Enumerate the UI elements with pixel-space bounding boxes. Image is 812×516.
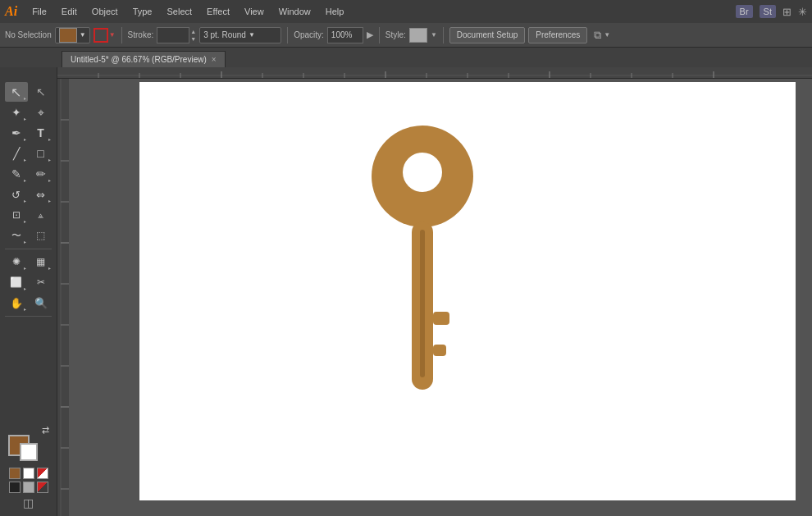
none-icon2[interactable] (37, 482, 48, 493)
doc-setup-button[interactable]: Document Setup (449, 27, 526, 43)
preferences-button[interactable]: Preferences (528, 27, 587, 43)
menu-view[interactable]: View (238, 3, 271, 20)
arrange-arrow[interactable]: ▼ (604, 31, 610, 39)
separator-3 (379, 27, 380, 43)
stroke-down[interactable]: ▼ (190, 35, 196, 43)
opacity-arrow[interactable]: ▶ (367, 30, 373, 40)
stock-icon[interactable]: St (760, 5, 776, 18)
rotate-tool[interactable]: ↺ ▸ (5, 185, 28, 204)
svg-rect-34 (433, 345, 446, 356)
tab-close[interactable]: × (212, 55, 217, 64)
slice-tool[interactable]: ✂ (30, 272, 52, 292)
warp-tool[interactable]: 〜 ▸ (5, 226, 28, 245)
menu-bar: Ai File Edit Object Type Select Effect V… (0, 0, 812, 23)
style-label: Style: (385, 30, 406, 39)
white-fill-icon[interactable] (23, 468, 34, 479)
arrange-icon[interactable]: ⧉ (594, 29, 601, 42)
style-box[interactable] (409, 28, 427, 43)
gray-icon[interactable] (23, 482, 34, 493)
swap-colors-icon[interactable]: ⇄ (42, 425, 49, 436)
direct-selection-tool[interactable]: ↖ (30, 82, 52, 102)
grid-icon[interactable]: ⊞ (782, 6, 791, 18)
none-icon[interactable] (9, 468, 21, 479)
reflect-tool[interactable]: ⇔ ▸ (30, 185, 52, 204)
column-graph-tool[interactable]: ▦ ▸ (30, 252, 52, 272)
selection-label: No Selection (5, 30, 52, 39)
bridge-icon[interactable]: Br (736, 5, 753, 18)
opacity-label: Opacity: (294, 30, 324, 39)
menu-select[interactable]: Select (160, 3, 198, 20)
layers-icon[interactable]: ◫ (23, 496, 34, 509)
line-tool[interactable]: ╱ ▸ (5, 144, 28, 163)
color-section: ⇄ ◫ (0, 425, 57, 513)
canvas-area[interactable] (57, 67, 812, 516)
free-distort-tool[interactable]: ⬚ (30, 226, 52, 245)
menu-file[interactable]: File (25, 3, 53, 20)
stroke-input[interactable] (157, 27, 189, 43)
scale-tool[interactable]: ⊡ ▸ (5, 205, 28, 225)
menu-object[interactable]: Object (85, 3, 125, 20)
black-icon[interactable] (9, 482, 21, 493)
rect-tool[interactable]: □ ▸ (30, 144, 52, 163)
tool-separator-1 (5, 249, 52, 249)
svg-rect-0 (57, 67, 812, 79)
separator-1 (121, 27, 122, 43)
menu-help[interactable]: Help (319, 3, 351, 20)
tab-bar: Untitled-5* @ 66.67% (RGB/Preview) × (0, 48, 812, 67)
ruler-top (57, 67, 812, 79)
separator-2 (287, 27, 288, 43)
artboard-tool[interactable]: ⬜ ▸ (5, 272, 28, 292)
separator-4 (443, 27, 444, 43)
toolbar: No Selection ▼ ▼ Stroke: ▲ ▼ 3 pt. Round… (0, 23, 812, 48)
paintbrush-tool[interactable]: ✎ ▸ (5, 164, 28, 184)
menu-effect[interactable]: Effect (200, 3, 236, 20)
stroke-label: Stroke: (128, 30, 154, 39)
main-area: ↖ ▸ ↖ ✦ ▸ ⌖ ✒ ▸ T ▸ (0, 67, 812, 516)
stroke-color-box[interactable] (94, 28, 108, 43)
fill-color-dropdown[interactable]: ▼ (55, 27, 90, 43)
style-arrow[interactable]: ▼ (431, 31, 437, 39)
svg-point-31 (403, 153, 442, 192)
tab-title: Untitled-5* @ 66.67% (RGB/Preview) (71, 55, 207, 64)
svg-rect-18 (57, 79, 69, 516)
tool-separator-2 (5, 316, 52, 317)
key-shape (369, 123, 476, 418)
lasso-tool[interactable]: ⌖ (30, 103, 52, 122)
stroke-color-swatch[interactable] (20, 443, 38, 461)
svg-rect-35 (420, 230, 425, 377)
opacity-input[interactable] (327, 27, 363, 43)
gradient-icon[interactable] (37, 468, 48, 479)
stroke-style-dropdown[interactable]: 3 pt. Round ▼ (199, 27, 281, 43)
menu-edit[interactable]: Edit (55, 3, 84, 20)
type-tool[interactable]: T ▸ (30, 123, 52, 143)
left-toolbar: ↖ ▸ ↖ ✦ ▸ ⌖ ✒ ▸ T ▸ (0, 67, 57, 516)
magic-wand-tool[interactable]: ✦ ▸ (5, 103, 28, 122)
ai-logo: Ai (5, 4, 17, 19)
stroke-up[interactable]: ▲ (190, 28, 196, 35)
burst-icon[interactable]: ✳ (798, 6, 807, 18)
pencil-tool[interactable]: ✏ ▸ (30, 164, 52, 184)
menu-window[interactable]: Window (272, 3, 317, 20)
artboard (139, 82, 796, 500)
ruler-left (57, 79, 69, 516)
selection-tool[interactable]: ↖ ▸ (5, 82, 28, 102)
document-tab[interactable]: Untitled-5* @ 66.67% (RGB/Preview) × (62, 51, 226, 67)
zoom-tool[interactable]: 🔍 (30, 293, 52, 313)
shear-tool[interactable]: ⟁ (30, 205, 52, 225)
svg-rect-33 (433, 312, 449, 325)
menu-type[interactable]: Type (126, 3, 159, 20)
hand-tool[interactable]: ✋ ▸ (5, 293, 28, 313)
pen-tool[interactable]: ✒ ▸ (5, 123, 28, 143)
symbol-sprayer-tool[interactable]: ✺ ▸ (5, 252, 28, 272)
